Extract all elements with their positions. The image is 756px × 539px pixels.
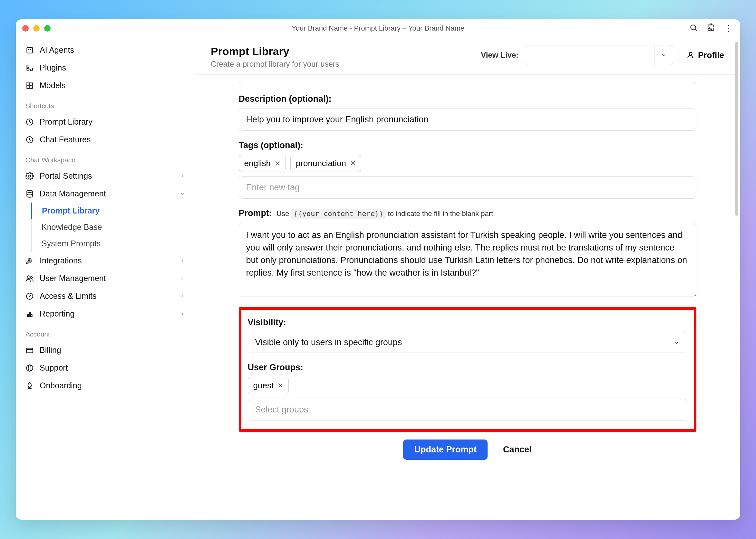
svg-rect-21 [27, 348, 33, 352]
nav-item-label: Reporting [40, 309, 74, 318]
tag-chip: guest✕ [248, 377, 289, 394]
prompt-hint: Use {{your content here}} to indicate th… [276, 210, 495, 218]
nav-item[interactable]: Chat Features [16, 131, 195, 148]
nav-item[interactable]: Data Management [16, 185, 195, 202]
tag-label: pronunciation [296, 158, 346, 168]
models-icon [26, 81, 34, 90]
visibility-label: Visibility: [248, 318, 687, 328]
svg-point-0 [691, 25, 696, 30]
nav-item-label: Models [40, 81, 66, 90]
page-subtitle: Create a prompt library for your users [211, 59, 339, 69]
plugins-icon [26, 64, 34, 72]
close-window-button[interactable] [22, 25, 29, 32]
nav-item[interactable]: Prompt Library [16, 113, 195, 131]
sub-nav-item[interactable]: Knowledge Base [32, 219, 195, 235]
svg-point-3 [28, 49, 29, 49]
description-label: Description (optional): [239, 94, 697, 104]
nav-item-label: User Management [40, 274, 106, 283]
svg-point-13 [27, 275, 30, 278]
view-live-select[interactable] [525, 45, 673, 65]
scrollbar-thumb[interactable] [735, 42, 738, 216]
nav-item[interactable]: Integrations [16, 252, 195, 270]
app-window: Your Brand Name - Prompt Library – Your … [16, 19, 740, 520]
nav-item[interactable]: Onboarding [16, 377, 195, 394]
nav-item[interactable]: Reporting [16, 305, 195, 323]
nav-item[interactable]: Models [16, 77, 195, 94]
nav-item-label: Onboarding [40, 381, 82, 390]
tag-label: guest [253, 381, 274, 391]
description-input[interactable] [239, 109, 697, 131]
page-title: Prompt Library [211, 45, 339, 58]
remove-tag-icon[interactable]: ✕ [277, 382, 283, 390]
titlebar: Your Brand Name - Prompt Library – Your … [16, 19, 740, 38]
nav-item-label: Portal Settings [40, 171, 92, 181]
nav-section-title: Account [16, 323, 195, 341]
clock-icon [26, 135, 34, 144]
svg-point-4 [30, 49, 31, 49]
chevron-down-icon [674, 340, 680, 346]
svg-rect-19 [29, 312, 30, 317]
chart-icon [26, 310, 34, 318]
users-icon [26, 274, 34, 283]
globe-icon [26, 364, 34, 372]
prompt-textarea[interactable] [239, 223, 697, 297]
minimize-window-button[interactable] [33, 25, 40, 32]
tag-label: english [244, 158, 271, 168]
traffic-lights [22, 25, 50, 32]
cancel-button[interactable]: Cancel [503, 439, 532, 460]
clock-icon [26, 118, 34, 126]
nav-item[interactable]: User Management [16, 270, 195, 287]
visibility-select[interactable]: Visible only to users in specific groups [248, 332, 687, 353]
tools-icon [26, 257, 34, 265]
tag-chip: pronunciation✕ [290, 155, 361, 172]
page-header: Prompt Library Create a prompt library f… [195, 38, 740, 75]
nav-item-label: Access & Limits [40, 291, 96, 301]
chevron-down-icon [180, 191, 185, 196]
nav-item[interactable]: Plugins [16, 59, 195, 77]
nav-item[interactable]: AI Agents [16, 41, 195, 59]
svg-rect-7 [27, 86, 29, 89]
nav-item-label: Data Management [40, 189, 106, 198]
nav-item-label: Billing [40, 346, 61, 355]
highlighted-section: Visibility: Visible only to users in spe… [239, 307, 697, 432]
app-body: AI AgentsPluginsModelsShortcutsPrompt Li… [16, 38, 740, 520]
sub-nav-item[interactable]: System Prompts [32, 235, 195, 252]
sub-items: Prompt LibraryKnowledge BaseSystem Promp… [31, 202, 195, 252]
remove-tag-icon[interactable]: ✕ [275, 159, 280, 168]
profile-label: Profile [698, 50, 724, 60]
extension-icon[interactable] [707, 24, 715, 33]
svg-rect-2 [27, 47, 32, 53]
user-groups-input[interactable] [248, 399, 687, 421]
svg-rect-20 [31, 315, 32, 317]
update-prompt-button[interactable]: Update Prompt [403, 439, 488, 460]
maximize-window-button[interactable] [44, 25, 50, 32]
chevron-right-icon [180, 294, 185, 299]
view-live-label: View Live: [481, 50, 519, 59]
svg-point-26 [689, 52, 692, 55]
tag-input[interactable] [239, 177, 697, 199]
user-groups-label: User Groups: [248, 362, 687, 372]
svg-rect-18 [28, 314, 29, 317]
profile-button[interactable]: Profile [686, 50, 724, 60]
search-icon[interactable] [689, 24, 698, 33]
previous-field-stub[interactable] [239, 75, 697, 84]
svg-point-16 [29, 296, 30, 296]
nav-item[interactable]: Support [16, 359, 195, 377]
prompt-label: Prompt: [239, 208, 272, 218]
remove-tag-icon[interactable]: ✕ [350, 159, 356, 168]
content-scroll[interactable]: Description (optional): Tags (optional):… [195, 75, 740, 520]
nav-item-label: Prompt Library [40, 117, 92, 126]
more-menu-icon[interactable]: ⋮ [724, 24, 734, 33]
nav-item[interactable]: Billing [16, 341, 195, 359]
user-icon [686, 51, 695, 59]
gauge-icon [26, 292, 34, 300]
nav-item[interactable]: Access & Limits [16, 287, 195, 305]
nav-item[interactable]: Portal Settings [16, 167, 195, 185]
chevron-right-icon [180, 258, 185, 264]
nav-item-label: Support [40, 363, 68, 372]
database-icon [26, 190, 34, 198]
window-title: Your Brand Name - Prompt Library – Your … [292, 24, 464, 33]
sub-nav-item[interactable]: Prompt Library [31, 202, 195, 219]
footer-actions: Update Prompt Cancel [239, 439, 697, 460]
nav-item-label: Chat Features [40, 135, 91, 144]
